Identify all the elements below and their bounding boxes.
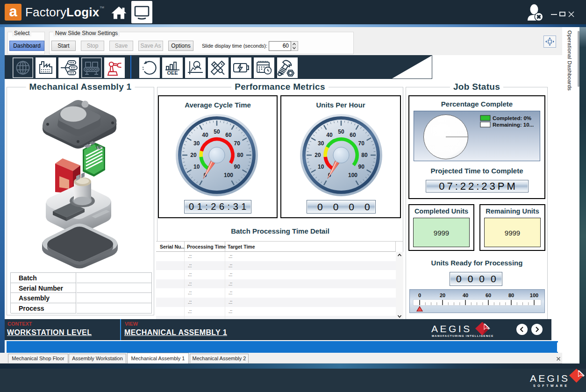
svg-text:60: 60 — [225, 132, 232, 138]
svg-text:60: 60 — [486, 292, 491, 298]
svg-text:50: 50 — [214, 128, 220, 135]
svg-text:20: 20 — [440, 292, 445, 298]
svg-text:40: 40 — [463, 292, 468, 298]
svg-text:100: 100 — [530, 292, 538, 298]
svg-text:10: 10 — [193, 164, 200, 170]
svg-text:Remaining: 10...: Remaining: 10... — [493, 122, 534, 128]
svg-text:100: 100 — [224, 172, 233, 178]
svg-text:70: 70 — [234, 140, 241, 147]
svg-text:80: 80 — [237, 152, 243, 158]
svg-text:OEE: OEE — [167, 70, 178, 76]
svg-text:30: 30 — [193, 140, 200, 147]
svg-text:20: 20 — [190, 152, 197, 158]
svg-text:90: 90 — [234, 164, 241, 170]
svg-text:80: 80 — [508, 292, 514, 298]
svg-text:0: 0 — [418, 292, 421, 298]
svg-text:40: 40 — [202, 132, 208, 138]
svg-text:Completed: 0%: Completed: 0% — [493, 115, 531, 121]
